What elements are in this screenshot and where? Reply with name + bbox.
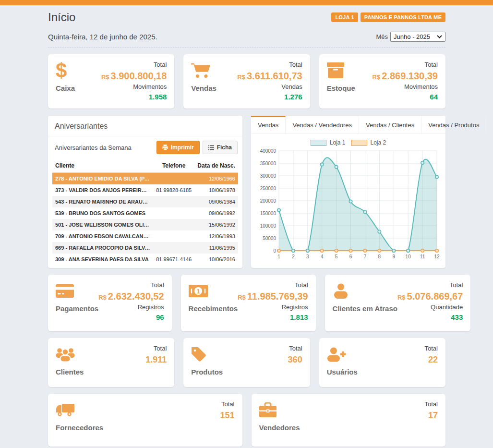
total-label: Total xyxy=(237,61,302,70)
total-value: 17 xyxy=(425,409,438,422)
svg-text:8: 8 xyxy=(378,254,381,259)
total-label: Total xyxy=(220,400,234,409)
total-value: R$3.611.610,73 xyxy=(237,70,302,83)
card-title: Pagamentos xyxy=(56,304,98,313)
client-cell: 543 - RENATO MARINHO DE ARAUJO (F… xyxy=(52,196,153,207)
sub-label: Movimentos xyxy=(373,83,438,92)
sales-chart-panel: Vendas Vendas / Vendedores Vendas / Clie… xyxy=(251,116,445,268)
sub-label: Vendas xyxy=(237,83,302,92)
ficha-button[interactable]: Ficha xyxy=(203,141,238,154)
table-row[interactable]: 278 - ANTONIO EMIDIO DA SILVA (PALE…12/0… xyxy=(52,172,238,184)
legend-label: Loja 1 xyxy=(330,139,346,146)
month-select[interactable]: Junho - 2025 xyxy=(390,32,445,42)
svg-text:12: 12 xyxy=(434,254,440,259)
client-cell: 539 - BRUNO DOS SANTOS GOMES xyxy=(52,207,153,219)
sub-value: 1.813 xyxy=(238,312,308,323)
birthday-table-body: 278 - ANTONIO EMIDIO DA SILVA (PALE…12/0… xyxy=(52,172,238,265)
card-title: Clientes em Atraso xyxy=(333,304,397,313)
card-vendedores[interactable]: Vendedores Total 17 xyxy=(252,394,446,447)
card-recebimentos[interactable]: 1 Recebimentos Total R$11.985.769,39 Reg… xyxy=(181,275,316,331)
birthdate-cell: 10/06/1978 xyxy=(194,184,238,196)
col-data-nasc: Data de Nasc. xyxy=(194,159,238,172)
col-telefone: Telefone xyxy=(153,159,194,172)
svg-text:10: 10 xyxy=(406,254,411,259)
print-button[interactable]: Imprimir xyxy=(156,141,200,154)
birthdate-cell: 10/06/2016 xyxy=(194,254,238,265)
card-title: Estoque xyxy=(327,84,355,92)
tab-vendas-produtos[interactable]: Vendas / Produtos xyxy=(421,116,486,133)
card-produtos[interactable]: Produtos Total 360 xyxy=(183,338,310,387)
tab-vendas-vendedores[interactable]: Vendas / Vendedores xyxy=(286,116,359,133)
sub-label: Registros xyxy=(98,303,164,312)
svg-text:200000: 200000 xyxy=(260,198,277,204)
svg-text:250000: 250000 xyxy=(260,186,277,191)
birthdate-cell: 09/06/1984 xyxy=(194,196,238,207)
svg-text:300000: 300000 xyxy=(260,173,277,179)
card-title: Recebimentos xyxy=(189,304,238,313)
client-cell: 278 - ANTONIO EMIDIO DA SILVA (PALE… xyxy=(52,172,153,184)
total-value: 22 xyxy=(425,353,438,366)
card-estoque[interactable]: Estoque Total R$2.869.130,39 Movimentos … xyxy=(319,54,445,109)
legend-swatch xyxy=(351,140,367,146)
total-value: R$2.632.430,52 xyxy=(98,290,164,303)
table-row[interactable]: 373 - VALDIR DOS ANJOS PEREIRA (AN…81 99… xyxy=(52,184,238,196)
total-label: Total xyxy=(425,344,438,353)
table-row[interactable]: 539 - BRUNO DOS SANTOS GOMES09/06/1992 xyxy=(52,207,238,219)
phone-cell: 81 99671-4146 xyxy=(153,254,194,265)
total-label: Total xyxy=(288,344,302,353)
user-icon xyxy=(333,281,397,301)
svg-text:4: 4 xyxy=(321,254,324,259)
sub-value: 64 xyxy=(373,92,438,103)
company-badge: PANNOS E PANNOS LTDA ME xyxy=(361,12,445,22)
total-value: 1.911 xyxy=(145,353,167,366)
card-title: Vendedores xyxy=(259,424,300,432)
table-row[interactable]: 309 - ANA SEVERINA PAES DA SILVA81 99671… xyxy=(52,254,238,265)
legend-item[interactable]: Loja 1 xyxy=(311,139,346,146)
card-caixa[interactable]: $ Caixa Total R$3.900.800,18 Movimentos … xyxy=(48,54,174,109)
total-value: 151 xyxy=(220,409,234,422)
svg-text:11: 11 xyxy=(420,254,425,259)
chart-legend: Loja 1Loja 2 xyxy=(257,136,440,148)
truck-icon xyxy=(56,400,103,420)
card-pagamentos[interactable]: Pagamentos Total R$2.632.430,52 Registro… xyxy=(48,275,172,331)
sub-value: 1.276 xyxy=(237,92,302,103)
table-row[interactable]: 501 - JOSE WELISSON GOMES OLIVEIR…15/06/… xyxy=(52,219,238,230)
svg-text:1: 1 xyxy=(196,288,200,294)
phone-cell xyxy=(153,207,194,219)
dashboard: Início LOJA 1 PANNOS E PANNOS LTDA ME Qu… xyxy=(48,5,445,447)
svg-text:0: 0 xyxy=(273,248,276,254)
card-usuarios[interactable]: Usuários Total 22 xyxy=(319,338,445,387)
legend-label: Loja 2 xyxy=(371,139,386,146)
date-row: Quinta-feira, 12 de junho de 2025. Mês J… xyxy=(48,32,445,48)
tab-vendas-clientes[interactable]: Vendas / Clientes xyxy=(359,116,421,133)
total-value: 360 xyxy=(288,353,302,366)
svg-text:2: 2 xyxy=(292,254,295,259)
current-date: Quinta-feira, 12 de junho de 2025. xyxy=(48,33,157,41)
users-icon xyxy=(56,344,84,364)
legend-item[interactable]: Loja 2 xyxy=(351,139,386,146)
table-row[interactable]: 543 - RENATO MARINHO DE ARAUJO (F…09/06/… xyxy=(52,196,238,207)
total-label: Total xyxy=(238,281,308,290)
card-clientes-em-atraso[interactable]: Clientes em Atraso Total R$5.076.869,67 … xyxy=(325,275,471,331)
phone-cell: 81 99828-6185 xyxy=(153,184,194,196)
client-cell: 669 - RAFAELA PROCOPIO DA SILVA CA… xyxy=(52,242,153,254)
svg-text:100000: 100000 xyxy=(260,223,277,229)
card-clientes[interactable]: Clientes Total 1.911 xyxy=(48,338,174,387)
birthdays-panel-title: Aniversariantes xyxy=(48,116,242,136)
svg-text:1: 1 xyxy=(277,254,280,259)
svg-text:150000: 150000 xyxy=(260,211,277,216)
tab-vendas[interactable]: Vendas xyxy=(251,116,286,133)
card-vendas[interactable]: Vendas Total R$3.611.610,73 Vendas 1.276 xyxy=(183,54,310,109)
top-accent-bar xyxy=(0,0,493,5)
total-label: Total xyxy=(98,281,164,290)
table-row[interactable]: 669 - RAFAELA PROCOPIO DA SILVA CA…11/06… xyxy=(52,242,238,254)
money-bill-icon: 1 xyxy=(189,281,238,301)
card-fornecedores[interactable]: Fornecedores Total 151 xyxy=(48,394,242,447)
table-row[interactable]: 709 - ANTONIO EDSON CAVALCANTE D…12/06/1… xyxy=(52,230,238,242)
total-value: R$3.900.800,18 xyxy=(101,70,167,83)
sub-label: Quantidade xyxy=(397,303,463,312)
sales-area-chart: 0500001000001500002000002500003000003500… xyxy=(257,148,440,262)
birthdate-cell: 15/06/1992 xyxy=(194,219,238,230)
total-label: Total xyxy=(425,400,438,409)
store-badge: LOJA 1 xyxy=(331,12,358,22)
